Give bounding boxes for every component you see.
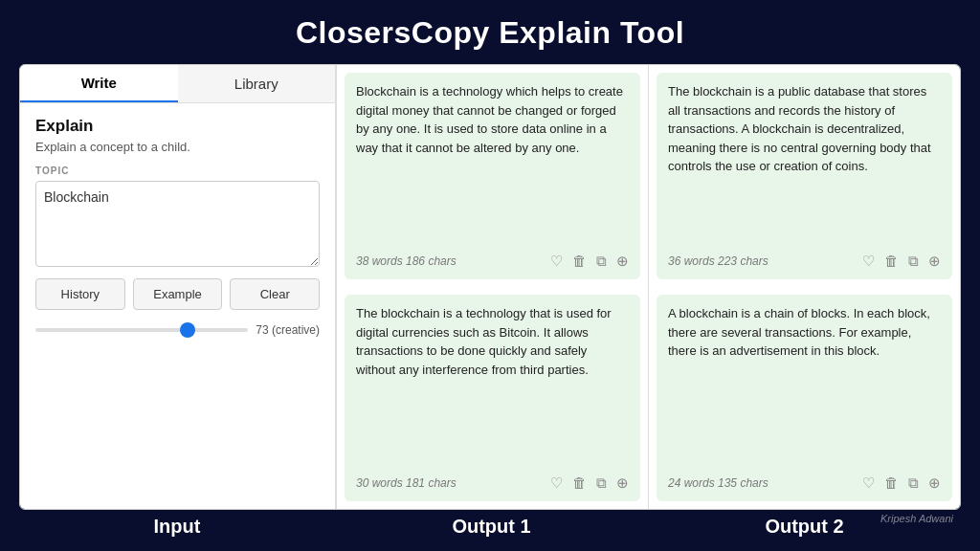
tab-bar: Write Library: [20, 65, 335, 103]
heart-icon-2[interactable]: ♡: [550, 474, 563, 492]
slider-value: 73 (creative): [256, 323, 320, 337]
output1-stats-2: 30 words 181 chars: [356, 476, 545, 490]
copy-icon-2[interactable]: ⧉: [596, 474, 607, 492]
tab-library[interactable]: Library: [178, 65, 336, 102]
trash-icon-2[interactable]: 🗑: [572, 474, 587, 492]
output1-card-2: The blockchain is a technology that is u…: [345, 295, 640, 501]
topic-label: TOPIC: [35, 165, 320, 176]
output2-text-2: A blockchain is a chain of blocks. In ea…: [668, 304, 941, 467]
plus-icon-3[interactable]: ⊕: [928, 253, 941, 270]
output2-card-2: A blockchain is a chain of blocks. In ea…: [657, 295, 952, 501]
label-input: Input: [19, 510, 335, 541]
output1-text-2: The blockchain is a technology that is u…: [356, 304, 629, 467]
plus-icon-2[interactable]: ⊕: [616, 474, 629, 492]
output2-column: The blockchain is a public database that…: [648, 65, 960, 509]
explain-title: Explain: [35, 117, 320, 136]
copy-icon-4[interactable]: ⧉: [908, 474, 919, 492]
label-output1: Output 1: [335, 510, 648, 541]
explain-subtitle: Explain a concept to a child.: [35, 140, 320, 154]
output2-text-1: The blockchain is a public database that…: [668, 82, 941, 245]
output1-card-1: Blockchain is a technology which helps t…: [345, 73, 640, 279]
heart-icon-1[interactable]: ♡: [550, 253, 563, 270]
output2-card-1: The blockchain is a public database that…: [657, 73, 952, 279]
plus-icon-1[interactable]: ⊕: [616, 253, 629, 270]
output1-text-1: Blockchain is a technology which helps t…: [356, 82, 629, 245]
output1-column: Blockchain is a technology which helps t…: [336, 65, 648, 509]
output1-stats-1: 38 words 186 chars: [356, 254, 545, 268]
trash-icon-3[interactable]: 🗑: [884, 253, 899, 270]
copy-icon-3[interactable]: ⧉: [908, 253, 919, 270]
heart-icon-3[interactable]: ♡: [862, 253, 875, 270]
creativity-slider[interactable]: [35, 328, 248, 332]
trash-icon-1[interactable]: 🗑: [572, 253, 587, 270]
copy-icon-1[interactable]: ⧉: [596, 253, 607, 270]
plus-icon-4[interactable]: ⊕: [928, 474, 941, 492]
topic-input[interactable]: Blockchain: [35, 181, 320, 267]
trash-icon-4[interactable]: 🗑: [884, 474, 899, 492]
output2-stats-1: 36 words 223 chars: [668, 254, 857, 268]
example-button[interactable]: Example: [133, 278, 223, 310]
tab-write[interactable]: Write: [20, 65, 178, 102]
page-title: ClosersCopy Explain Tool: [296, 15, 684, 51]
heart-icon-4[interactable]: ♡: [862, 474, 875, 492]
clear-button[interactable]: Clear: [230, 278, 320, 310]
watermark: Kripesh Adwani: [880, 513, 953, 524]
output2-stats-2: 24 words 135 chars: [668, 476, 857, 490]
history-button[interactable]: History: [35, 278, 125, 310]
